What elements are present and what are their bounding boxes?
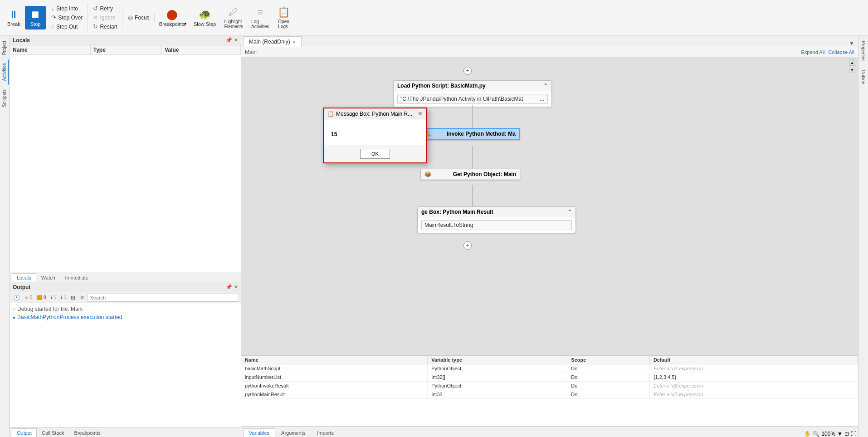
step-group: ↓ Step Into ↷ Step Over ↑ Step Out [47, 4, 88, 31]
search-tool[interactable]: 🔍 [813, 431, 819, 437]
canvas-tab-close[interactable]: ✕ [292, 39, 296, 44]
error-badge: 🟧 0 [35, 295, 47, 300]
log-label: LogActivities [251, 19, 269, 29]
canvas-breadcrumb: Main Expand All Collapse All [241, 47, 858, 58]
slow-step-button[interactable]: 🐢 Slow Step [190, 7, 220, 29]
dialog-ok-button[interactable]: OK [360, 149, 390, 159]
tab-arguments[interactable]: Arguments [275, 428, 311, 437]
dialog-title-text: 📋 Message Box: Python Main R... [327, 111, 412, 117]
get-python-title: Get Python Object: Main [453, 171, 516, 177]
tab-callstack[interactable]: Call Stack [37, 428, 69, 437]
output-line-1: ○ Debug started for file: Main [13, 305, 238, 313]
retry-button[interactable]: ↺ Retry [90, 4, 120, 13]
load-python-collapse[interactable]: ⌃ [543, 83, 548, 89]
tab-watch[interactable]: Watch [36, 273, 60, 282]
step-into-button[interactable]: ↓ Step Into [49, 4, 85, 13]
fit-page-btn[interactable]: ⊡ [844, 431, 849, 437]
locals-title: Locals [13, 37, 30, 44]
ignore-button[interactable]: ✕ Ignore [90, 13, 120, 22]
highlight-elements-button[interactable]: 🖊 HighlightElements [220, 5, 247, 31]
fullscreen-btn[interactable]: ⛶ [851, 431, 856, 437]
output-clear-btn[interactable]: ✕ [78, 294, 86, 301]
output-text-1: Debug started for file: Main [17, 306, 83, 312]
step-over-icon: ↷ [51, 14, 56, 21]
hand-tool[interactable]: ✋ [804, 431, 811, 437]
message-box-collapse[interactable]: ⌃ [567, 209, 572, 215]
connector-1 [473, 105, 473, 128]
focus-button[interactable]: ◎ Focus [125, 13, 152, 22]
log-activities-button[interactable]: ≡ LogActivities [248, 5, 273, 31]
log-icon: ≡ [257, 6, 263, 18]
var-scope: Do [567, 382, 650, 390]
scroll-controls: ▲ ▼ [849, 59, 855, 73]
output-panel-header: Output 📌 ✕ [10, 282, 241, 292]
var-scope: Do [567, 390, 650, 399]
pin-output-button[interactable]: 📌 [226, 284, 232, 290]
message-box-input[interactable]: MainResult.ToString [421, 220, 572, 230]
break-button[interactable]: ⏸ Break [4, 7, 24, 29]
sidebar-outline[interactable]: Outline [860, 66, 867, 88]
breakpoints-button[interactable]: ⬤ Breakpoints ▼ [156, 7, 189, 29]
var-scope: Do [567, 373, 650, 382]
open-logs-label: OpenLogs [278, 19, 289, 29]
col-value: Value [162, 45, 241, 55]
var-default: Enter a VB expression [649, 364, 858, 373]
add-btn-top[interactable]: + [463, 67, 472, 75]
output-search-input[interactable] [88, 294, 239, 302]
step-out-button[interactable]: ↑ Step Out [49, 22, 85, 31]
message-box-header: ge Box: Python Main Result ⌃ [418, 207, 575, 217]
open-logs-button[interactable]: 📋 OpenLogs [274, 5, 294, 31]
canvas-viewport: ▲ ▼ + Load Python Script: BasicMath.py ⌃… [241, 58, 858, 355]
retry-icon: ↺ [93, 5, 98, 12]
output-title: Output [13, 284, 30, 290]
canvas-tab-dropdown[interactable]: ▼ [847, 40, 856, 47]
output-time-filter[interactable]: 🕐 [12, 294, 21, 301]
scroll-up-btn[interactable]: ▲ [849, 59, 855, 66]
sidebar-item-project[interactable]: Project [1, 37, 9, 59]
close-output-button[interactable]: ✕ [234, 284, 238, 290]
step-over-button[interactable]: ↷ Step Over [49, 13, 85, 22]
sidebar-item-activities[interactable]: Activities [1, 59, 9, 84]
output-columns-btn[interactable]: ⊞ [69, 294, 77, 301]
invoke-method-title: Invoke Python Method: Ma [447, 131, 516, 137]
load-python-script-activity: Load Python Script: BasicMath.py ⌃ "C:\T… [393, 80, 552, 107]
close-panel-button[interactable]: ✕ [234, 37, 238, 43]
collapse-all-btn[interactable]: Collapse All [829, 49, 854, 55]
var-type: Int32 [428, 390, 567, 399]
warning-badge: ⚠ 0 [23, 295, 34, 300]
add-btn-bottom[interactable]: + [463, 241, 472, 250]
tab-breakpoints[interactable]: Breakpoints [69, 428, 106, 437]
locals-tabs: Locals Watch Immediate [10, 272, 241, 282]
canvas-tab-main[interactable]: Main (ReadOnly) ✕ [243, 36, 302, 47]
tab-immediate[interactable]: Immediate [60, 273, 93, 282]
message-box-activity: ge Box: Python Main Result ⌃ MainResult.… [417, 206, 576, 233]
tab-output[interactable]: Output [12, 428, 37, 437]
stop-button[interactable]: ⏹ Stop [25, 6, 46, 29]
sidebar-properties[interactable]: Properties [860, 37, 867, 65]
pin-button[interactable]: 📌 [226, 37, 232, 43]
zoom-dropdown[interactable]: ▼ [837, 431, 843, 437]
var-col-name: Name [241, 356, 428, 364]
tab-imports[interactable]: Imports [311, 428, 340, 437]
ellipsis-btn[interactable]: … [539, 96, 545, 102]
variables-table: Name Variable type Scope Default basicMa… [241, 356, 858, 426]
left-sidebar: Project Activities Snippets [0, 35, 10, 437]
open-logs-icon: 📋 [278, 6, 290, 18]
tab-locals[interactable]: Locals [12, 273, 36, 282]
step-out-icon: ↑ [51, 23, 54, 30]
tab-variables[interactable]: Variables [243, 428, 275, 437]
expand-all-btn[interactable]: Expand All [801, 49, 825, 55]
get-python-icon: 📦 [424, 171, 431, 177]
invoke-python-method-activity: 🐍 Invoke Python Method: Ma [420, 128, 520, 140]
get-python-object-activity: 📦 Get Python Object: Main [420, 169, 520, 180]
restart-button[interactable]: ↻ Restart [90, 22, 120, 31]
scroll-down-btn[interactable]: ▼ [849, 67, 855, 73]
sidebar-item-snippets[interactable]: Snippets [1, 86, 9, 111]
variable-row: basicMathScript PythonObject Do Enter a … [241, 364, 858, 373]
info-badge2: ℹ 1 [59, 295, 68, 300]
dialog-close-btn[interactable]: ✕ [418, 110, 423, 117]
output-text-2: BasicMathPythonProcess execution started [17, 314, 122, 320]
toolbar: ⏸ Break ⏹ Stop ↓ Step Into ↷ Step Over ↑… [0, 0, 868, 35]
load-python-input[interactable]: "C:\The JPanda\Python Activity in UiPath… [397, 94, 548, 104]
output-toolbar: 🕐 ⚠ 0 🟧 0 ℹ 1 ℹ 1 ⊞ ✕ [10, 292, 241, 303]
